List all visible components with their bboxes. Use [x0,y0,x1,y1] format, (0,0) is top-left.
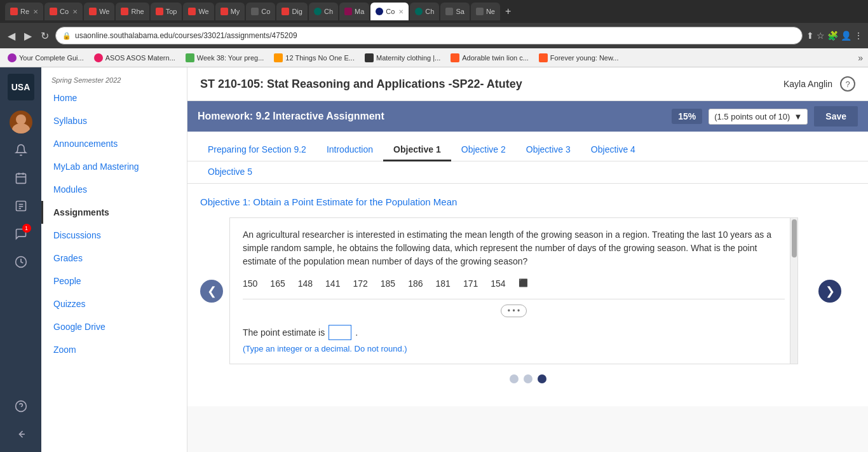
usa-logo: USA [8,74,34,100]
svg-point-0 [16,114,26,125]
back-button[interactable]: ◀ [5,27,18,45]
tab-we2[interactable]: We [183,3,214,20]
scroll-bar[interactable] [790,218,797,364]
data-val-7: 181 [436,278,451,289]
rail-help-icon[interactable] [10,395,32,418]
sidebar-item-mylab[interactable]: MyLab and Mastering [41,155,187,178]
tab-re[interactable]: Re ✕ [5,3,43,20]
tab-ne[interactable]: Ne [471,3,500,20]
tab-we1[interactable]: We [84,3,114,20]
tab-objective3[interactable]: Objective 3 [516,139,581,161]
main-content: ST 210-105: Stat Reasoning and Applicati… [187,67,868,452]
bookmark-5[interactable]: Maternity clothing |... [362,52,443,64]
second-tab-row: Objective 5 [187,161,868,184]
question-text: An agricultural researcher is interested… [243,228,785,268]
sidebar-item-zoom[interactable]: Zoom [41,338,187,361]
data-val-2: 148 [298,278,313,289]
next-question-button[interactable]: ❯ [818,280,841,303]
divider: • • • [243,299,785,317]
tab-preparing[interactable]: Preparing for Section 9.2 [198,139,316,161]
rail-assignments-icon[interactable] [10,195,32,217]
tab-co-active[interactable]: Co ✕ [370,3,409,20]
prev-question-button[interactable]: ❮ [200,280,223,303]
tab-ma[interactable]: Ma [339,3,369,20]
rail-collapse-icon[interactable] [10,423,32,446]
rail-messages-icon[interactable]: 1 [10,223,32,245]
forward-button[interactable]: ▶ [22,27,34,45]
tab-dig[interactable]: Dig [276,3,308,20]
bookmarks-bar: Your Complete Gui... ASOS ASOS Matern...… [0,48,868,67]
bookmark-4[interactable]: 12 Things No One E... [271,52,357,64]
sidebar-item-grades[interactable]: Grades [41,247,187,270]
sidebar-item-assignments[interactable]: Assignments [41,201,187,224]
expand-button[interactable]: • • • [501,305,527,317]
dot-2[interactable] [524,374,532,383]
sidebar-item-people[interactable]: People [41,270,187,292]
question-box: An agricultural researcher is interested… [229,217,798,364]
bookmark-6[interactable]: Adorable twin lion c... [448,52,531,64]
sidebar-item-announcements[interactable]: Announcements [41,132,187,155]
content-header: ST 210-105: Stat Reasoning and Applicati… [187,67,868,101]
profile-icon[interactable]: 👤 [841,31,851,41]
address-bar[interactable]: 🔒 usaonline.southalabama.edu/courses/330… [55,27,803,45]
sidebar-item-google-drive[interactable]: Google Drive [41,315,187,338]
tab-sa[interactable]: Sa [440,3,469,20]
nav-rail: USA [0,67,41,452]
dot-3[interactable] [538,374,546,383]
help-button[interactable]: ? [840,76,855,92]
hint-text: (Type an integer or a decimal. Do not ro… [243,344,785,353]
sidebar-item-home[interactable]: Home [41,86,187,109]
toolbar-icons: ⬆ ☆ 🧩 👤 ⋮ [806,31,863,41]
tab-ch1[interactable]: Ch [309,3,338,20]
answer-input[interactable] [329,325,351,340]
star-icon[interactable]: ☆ [817,31,825,41]
data-val-5: 185 [381,278,395,289]
tab-rhe[interactable]: Rhe [116,3,149,20]
toolbar: ◀ ▶ ↻ 🔒 usaonline.southalabama.edu/cours… [0,23,868,48]
tab-close-active[interactable]: ✕ [398,8,403,15]
save-button[interactable]: Save [814,106,858,127]
new-tab-button[interactable]: + [501,6,515,17]
sidebar-item-quizzes[interactable]: Quizzes [41,292,187,315]
rail-calendar-icon[interactable] [10,167,32,189]
bookmark-3[interactable]: Week 38: Your preg... [183,52,267,64]
tab-introduction[interactable]: Introduction [316,139,383,161]
tab-close-re[interactable]: ✕ [33,8,38,15]
points-dropdown[interactable]: (1.5 points out of 10) ▼ [709,109,808,125]
tab-ch2[interactable]: Ch [410,3,439,20]
share-icon[interactable]: ⬆ [806,31,814,41]
tab-objective1[interactable]: Objective 1 [383,139,451,161]
user-avatar[interactable] [10,111,32,134]
tab-objective4[interactable]: Objective 4 [581,139,646,161]
sidebar-item-syllabus[interactable]: Syllabus [41,109,187,132]
extensions-icon[interactable]: 🧩 [827,31,838,41]
data-val-8: 171 [463,278,478,289]
content-tab-navigation: Preparing for Section 9.2 Introduction O… [187,132,868,161]
data-val-4: 172 [353,278,367,289]
sidebar-item-discussions[interactable]: Discussions [41,224,187,247]
rail-bottom [10,395,32,452]
reload-button[interactable]: ↻ [38,27,51,45]
rail-notifications-icon[interactable] [10,139,32,161]
answer-row: The point estimate is . [243,325,785,340]
bookmarks-more[interactable]: » [858,53,863,63]
tab-my[interactable]: My [215,3,245,20]
tab-co1[interactable]: Co ✕ [44,3,83,20]
right-panel: ❯ [804,217,855,364]
tab-objective5[interactable]: Objective 5 [198,161,262,184]
bookmark-7[interactable]: Forever young: New... [536,52,621,64]
dot-1[interactable] [510,374,519,383]
bookmark-2[interactable]: ASOS ASOS Matern... [92,52,178,64]
data-row: 150 165 148 141 172 185 186 181 171 154 … [243,278,785,289]
tab-top[interactable]: Top [151,3,182,20]
more-icon[interactable]: ⋮ [854,31,863,41]
tab-co2[interactable]: Co [246,3,275,20]
sidebar-nav: Home Syllabus Announcements MyLab and Ma… [41,86,187,361]
question-container: ❮ An agricultural researcher is interest… [200,217,855,364]
tab-objective2[interactable]: Objective 2 [451,139,516,161]
bookmark-1[interactable]: Your Complete Gui... [5,52,86,64]
tab-close-co1[interactable]: ✕ [72,8,78,15]
data-val-6: 186 [408,278,423,289]
sidebar-item-modules[interactable]: Modules [41,178,187,201]
rail-history-icon[interactable] [10,250,32,273]
